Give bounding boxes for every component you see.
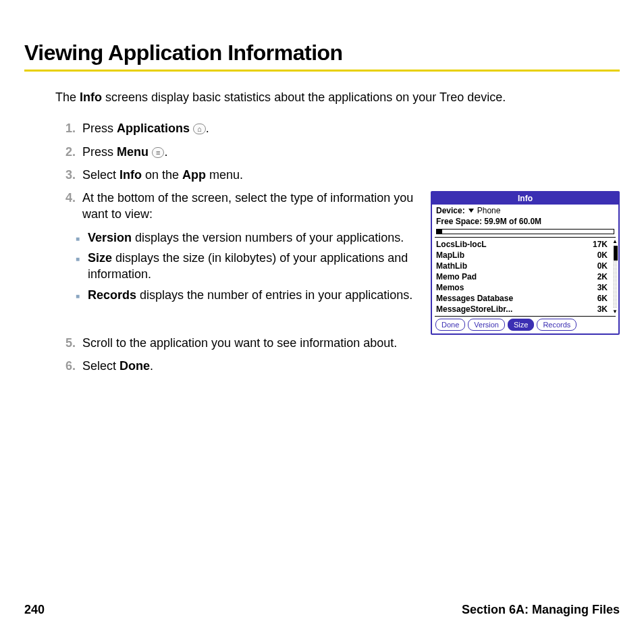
list-item[interactable]: LocsLib-locL17K	[436, 239, 616, 250]
text-bold: Size	[88, 251, 112, 265]
app-name: MathLib	[436, 261, 467, 271]
app-list[interactable]: LocsLib-locL17K MapLib0K MathLib0K Memo …	[432, 238, 618, 316]
app-size: 6K	[597, 294, 608, 303]
text: .	[206, 122, 209, 135]
step-6: 6. Select Done.	[55, 358, 620, 374]
step-5: 5. Scroll to the application you want to…	[55, 335, 620, 351]
scroll-down-icon[interactable]: ▼	[612, 309, 618, 315]
intro-post: screens display basic statistics about t…	[102, 90, 506, 104]
scroll-up-icon[interactable]: ▲	[612, 239, 618, 244]
text-bold: Applications	[117, 122, 190, 135]
step-number: 2.	[55, 144, 82, 160]
page-heading: Viewing Application Information	[24, 41, 620, 65]
records-button[interactable]: Records	[537, 319, 576, 331]
app-name: LocsLib-locL	[436, 240, 487, 249]
info-screenshot: Info Device: Phone Free Space: 59.9M of …	[431, 191, 620, 335]
app-name: MessageStoreLibr...	[436, 304, 512, 314]
version-button[interactable]: Version	[468, 319, 505, 331]
list-item[interactable]: MessageStoreLibr...3K	[436, 304, 616, 315]
step-number: 3.	[55, 167, 82, 183]
section-label: Section 6A: Managing Files	[462, 603, 620, 617]
app-name: Memos	[436, 283, 464, 292]
app-size: 17K	[593, 240, 608, 249]
bullet-icon: ■	[76, 287, 88, 303]
scrollbar[interactable]: ▲ ▼	[613, 239, 617, 315]
text-bold: Records	[88, 288, 136, 302]
step-2: 2. Press Menu ≡.	[55, 144, 620, 160]
intro-pre: The	[55, 90, 80, 104]
step-1: 1. Press Applications ⌂.	[55, 120, 620, 136]
list-item[interactable]: MapLib0K	[436, 250, 616, 261]
text: Select	[82, 359, 119, 373]
step-number: 1.	[55, 120, 82, 136]
bullet-icon: ■	[76, 250, 88, 283]
step-3: 3. Select Info on the App menu.	[55, 167, 620, 183]
list-item[interactable]: Memos3K	[436, 282, 616, 293]
info-titlebar: Info	[432, 192, 618, 205]
step-text: At the bottom of the screen, select the …	[82, 190, 421, 223]
text-bold: Menu	[117, 145, 149, 159]
intro-bold: Info	[80, 90, 102, 104]
app-name: Memo Pad	[436, 272, 477, 281]
text: Press	[82, 122, 117, 135]
scroll-thumb[interactable]	[614, 246, 618, 261]
text-bold: Info	[119, 168, 142, 182]
bullet-icon: ■	[76, 230, 88, 246]
app-size: 3K	[597, 283, 608, 292]
app-name: MapLib	[436, 250, 464, 260]
step-4: 4. At the bottom of the screen, select t…	[55, 190, 421, 223]
step-number: 5.	[55, 335, 82, 351]
free-space-bar	[436, 229, 614, 234]
text: displays the version numbers of your app…	[132, 231, 404, 244]
text: displays the number of entries in your a…	[136, 288, 412, 302]
list-item[interactable]: MathLib0K	[436, 261, 616, 271]
text: Press	[82, 145, 117, 159]
list-item[interactable]: Messages Database6K	[436, 293, 616, 304]
text: displays the size (in kilobytes) of your…	[88, 251, 408, 281]
bullet-version: ■ Version displays the version numbers o…	[76, 230, 421, 246]
text: .	[150, 359, 153, 373]
app-size: 0K	[597, 261, 608, 271]
list-item[interactable]: Memo Pad2K	[436, 271, 616, 282]
bullet-records: ■ Records displays the number of entries…	[76, 287, 421, 303]
device-label: Device:	[436, 206, 465, 215]
text: menu.	[206, 168, 243, 182]
device-value: Phone	[477, 206, 501, 215]
device-selector[interactable]: Device: Phone	[432, 205, 618, 217]
dropdown-arrow-icon	[468, 209, 474, 213]
text-bold: Version	[88, 231, 132, 244]
step-number: 4.	[55, 190, 82, 223]
size-button[interactable]: Size	[508, 319, 534, 331]
free-space-label: Free Space: 59.9M of 60.0M	[432, 217, 618, 229]
applications-key-icon: ⌂	[193, 124, 206, 134]
done-button[interactable]: Done	[435, 319, 465, 331]
app-size: 3K	[597, 304, 608, 314]
step-text: Scroll to the application you want to se…	[82, 335, 620, 351]
text: .	[164, 145, 167, 159]
page-number: 240	[24, 603, 45, 617]
text: Select	[82, 168, 119, 182]
app-name: Messages Database	[436, 294, 513, 303]
text: on the	[142, 168, 182, 182]
heading-rule	[24, 70, 620, 72]
bullet-size: ■ Size displays the size (in kilobytes) …	[76, 250, 421, 283]
menu-key-icon: ≡	[152, 147, 164, 158]
text-bold: Done	[119, 359, 150, 373]
step-number: 6.	[55, 358, 82, 374]
intro-paragraph: The Info screens display basic statistic…	[55, 89, 620, 105]
app-size: 2K	[597, 272, 608, 281]
text-bold: App	[182, 168, 206, 182]
app-size: 0K	[597, 250, 608, 260]
